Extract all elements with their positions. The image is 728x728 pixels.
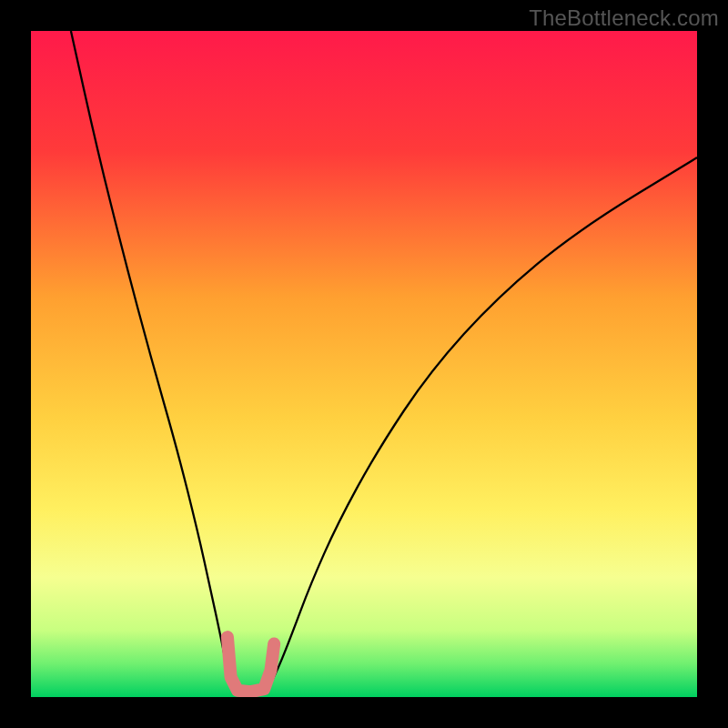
- watermark-text: TheBottleneck.com: [529, 5, 719, 31]
- gradient-background: [31, 31, 697, 697]
- chart-svg: [31, 31, 697, 697]
- plot-area: [31, 31, 697, 697]
- chart-frame: TheBottleneck.com: [0, 0, 728, 728]
